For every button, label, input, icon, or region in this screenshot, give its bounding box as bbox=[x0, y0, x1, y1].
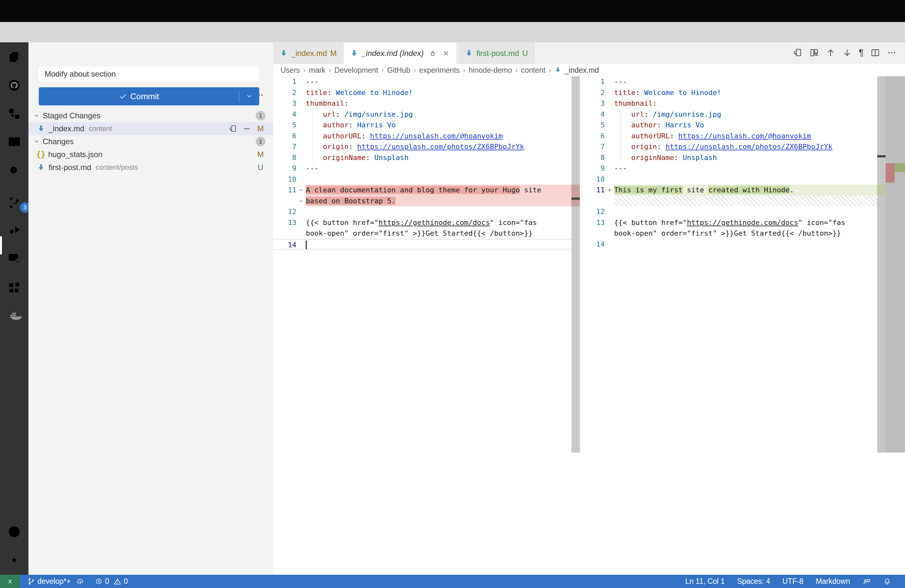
code-line[interactable]: 4 url: /img/sunrise.jpg bbox=[580, 109, 877, 120]
code-text[interactable]: author: Harris Vo bbox=[306, 119, 572, 130]
diff-modified-pane[interactable]: 1---2title: Welcome to Hinode!3thumbnail… bbox=[580, 76, 877, 250]
code-text[interactable]: --- bbox=[306, 163, 572, 174]
code-text[interactable]: authorURL: https://unsplash.com/@hoanvok… bbox=[306, 130, 572, 141]
gutter[interactable]: 10 bbox=[273, 174, 306, 185]
breadcrumb-item[interactable]: _index.md bbox=[565, 66, 599, 75]
diff-original-pane[interactable]: 1---2title: Welcome to Hinode!3thumbnail… bbox=[273, 76, 572, 250]
code-text[interactable] bbox=[614, 206, 877, 217]
code-text[interactable]: url: /img/sunrise.jpg bbox=[306, 109, 572, 120]
gutter[interactable]: 12 bbox=[580, 206, 614, 217]
gutter[interactable]: − bbox=[273, 195, 306, 207]
activity-item-account[interactable] bbox=[7, 524, 22, 539]
code-text[interactable]: originName: Unsplash bbox=[306, 152, 572, 163]
activity-item-remote[interactable] bbox=[7, 251, 22, 266]
status-item[interactable]: Ln 11, Col 1 bbox=[685, 577, 725, 586]
open-file-icon[interactable] bbox=[229, 124, 237, 133]
code-line[interactable]: 2title: Welcome to Hinode! bbox=[273, 87, 572, 98]
code-text[interactable]: url: /img/sunrise.jpg bbox=[614, 109, 877, 120]
code-line[interactable]: 6 authorURL: https://unsplash.com/@hoanv… bbox=[580, 130, 877, 141]
code-line[interactable] bbox=[580, 195, 877, 207]
code-line[interactable]: 5 author: Harris Vo bbox=[273, 119, 572, 130]
gutter[interactable]: 13 bbox=[273, 217, 306, 228]
activity-item-gear[interactable] bbox=[7, 553, 22, 567]
gutter[interactable]: 2 bbox=[580, 87, 614, 98]
code-text[interactable]: title: Welcome to Hinode! bbox=[306, 87, 572, 98]
commit-dropdown-button[interactable] bbox=[239, 93, 259, 100]
activity-item-debug[interactable] bbox=[7, 222, 22, 237]
code-line[interactable]: 1--- bbox=[273, 76, 572, 87]
gutter[interactable]: 6 bbox=[580, 130, 614, 141]
commit-button[interactable]: Commit bbox=[39, 87, 259, 105]
right-editor-scrollbar[interactable] bbox=[877, 76, 886, 453]
gutter[interactable]: 11− bbox=[273, 184, 306, 195]
gutter[interactable]: 1 bbox=[273, 76, 306, 87]
gutter[interactable]: 5 bbox=[580, 119, 614, 130]
code-line[interactable]: 11+This is my first site created with Hi… bbox=[580, 184, 877, 195]
code-text[interactable]: book-open" order="first" >}}Get Started{… bbox=[306, 228, 572, 239]
feedback-icon[interactable] bbox=[862, 577, 871, 586]
gutter[interactable]: 13 bbox=[580, 217, 614, 228]
scm-file-row[interactable]: {}hugo_stats.jsonM bbox=[29, 148, 273, 161]
code-text[interactable]: A clean documentation and blog theme for… bbox=[306, 184, 572, 195]
code-line[interactable]: 2title: Welcome to Hinode! bbox=[580, 87, 877, 98]
bell-icon[interactable] bbox=[883, 577, 891, 586]
gutter[interactable] bbox=[580, 195, 614, 207]
diff-editor[interactable]: 1---2title: Welcome to Hinode!3thumbnail… bbox=[273, 76, 905, 575]
code-line[interactable]: 7 origin: https://unsplash.com/photos/ZX… bbox=[273, 141, 572, 152]
code-text[interactable] bbox=[614, 239, 877, 250]
gutter[interactable]: 4 bbox=[580, 109, 614, 120]
status-item[interactable]: Spaces: 4 bbox=[737, 577, 770, 586]
code-text[interactable]: origin: https://unsplash.com/photos/ZX6B… bbox=[614, 141, 877, 152]
code-text[interactable]: --- bbox=[614, 163, 877, 174]
problems-status-item[interactable]: 0 0 bbox=[95, 577, 128, 586]
code-line[interactable]: 8 originName: Unsplash bbox=[273, 152, 572, 163]
more-icon[interactable] bbox=[887, 48, 897, 57]
activity-item-book[interactable] bbox=[7, 135, 22, 150]
branch-status-item[interactable]: develop*+ bbox=[27, 577, 84, 586]
activity-item-search[interactable] bbox=[7, 163, 22, 178]
breadcrumb-item[interactable]: GitHub bbox=[387, 66, 411, 75]
breadcrumb-item[interactable]: mark bbox=[309, 66, 325, 75]
code-line[interactable]: 10 bbox=[273, 174, 572, 185]
code-text[interactable]: author: Harris Vo bbox=[614, 119, 877, 130]
minimap[interactable] bbox=[886, 76, 905, 453]
gutter[interactable]: 14 bbox=[273, 240, 306, 249]
changes-group-header[interactable]: Staged Changes1 bbox=[29, 109, 273, 122]
gutter[interactable]: 3 bbox=[580, 98, 614, 109]
code-text[interactable]: book-open" order="first" >}}Get Started{… bbox=[614, 228, 877, 239]
code-line[interactable]: 5 author: Harris Vo bbox=[580, 119, 877, 130]
commit-message-input[interactable] bbox=[39, 67, 259, 81]
activity-item-extensions[interactable] bbox=[7, 280, 22, 295]
gutter[interactable]: 5 bbox=[273, 119, 306, 130]
close-icon[interactable] bbox=[443, 50, 449, 57]
code-line[interactable]: 13{{< button href="https://gethinode.com… bbox=[273, 217, 572, 228]
code-line[interactable]: 11−A clean documentation and blog theme … bbox=[273, 184, 572, 195]
gutter[interactable]: 8 bbox=[273, 152, 306, 163]
code-text[interactable]: based on Bootstrap 5. bbox=[306, 195, 572, 207]
activity-item-references[interactable] bbox=[7, 106, 22, 121]
code-line[interactable]: 12 bbox=[273, 206, 572, 217]
code-line[interactable]: 9--- bbox=[580, 163, 877, 174]
left-editor-scrollbar[interactable] bbox=[572, 76, 580, 453]
code-text[interactable] bbox=[306, 206, 572, 217]
activity-item-source-control[interactable]: 3 bbox=[7, 195, 22, 210]
code-text[interactable]: --- bbox=[614, 76, 877, 87]
code-text[interactable]: {{< button href="https://gethinode.com/d… bbox=[306, 217, 572, 228]
editor-tab[interactable]: _index.md (Index) bbox=[344, 42, 456, 64]
editor-tab[interactable]: first-post.mdU bbox=[458, 42, 535, 64]
dash-icon[interactable] bbox=[243, 124, 251, 133]
split-editor-icon[interactable] bbox=[870, 48, 880, 57]
code-text[interactable] bbox=[614, 195, 877, 207]
pilcrow-icon[interactable]: ¶ bbox=[859, 48, 864, 57]
code-line[interactable]: 4 url: /img/sunrise.jpg bbox=[273, 109, 572, 120]
code-line[interactable]: book-open" order="first" >}}Get Started{… bbox=[273, 228, 572, 239]
scm-file-row[interactable]: first-post.mdcontent/postsU bbox=[29, 161, 273, 174]
code-text[interactable]: thumbnail: bbox=[306, 98, 572, 109]
gutter[interactable]: 11+ bbox=[580, 184, 614, 195]
scm-file-row[interactable]: _index.mdcontentM bbox=[29, 122, 273, 135]
code-text[interactable]: {{< button href="https://gethinode.com/d… bbox=[614, 217, 877, 228]
inline-view-icon[interactable] bbox=[809, 48, 819, 57]
gutter[interactable]: 4 bbox=[273, 109, 306, 120]
gutter[interactable]: 9 bbox=[580, 163, 614, 174]
gutter[interactable]: 14 bbox=[580, 239, 614, 250]
